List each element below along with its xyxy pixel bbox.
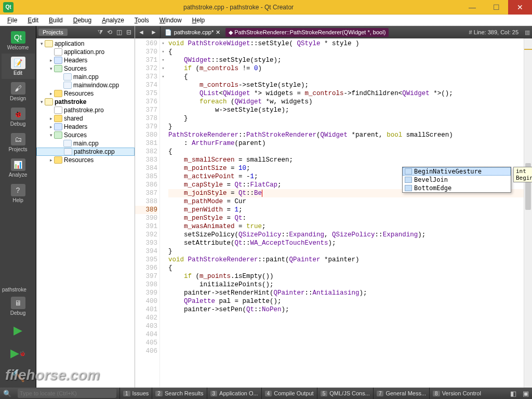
menu-bar: FileEditBuildDebugAnalyzeToolsWindowHelp <box>0 15 532 26</box>
tree-item[interactable]: pathstroke.pro <box>36 106 135 114</box>
nav-back-icon[interactable]: ◄ <box>135 29 148 36</box>
symbol-breadcrumb[interactable]: ◆ PathStrokeRenderer::PathStrokeRenderer… <box>225 28 389 37</box>
toggle-sidebar-icon[interactable]: ◧ <box>507 390 520 397</box>
tree-item[interactable]: ▸Resources <box>36 156 135 164</box>
kit-selector[interactable]: 🖥Debug <box>2 294 35 319</box>
file-tab-label: pathstroke.cpp* <box>174 29 214 35</box>
tree-item[interactable]: ▾Sources <box>36 131 135 139</box>
mode-design[interactable]: 🖌Design <box>2 79 35 104</box>
tree-item[interactable]: ▸Headers <box>36 56 135 64</box>
nav-forward-icon[interactable]: ► <box>148 29 160 36</box>
app-icon: Qt <box>3 2 14 12</box>
autocomplete-item[interactable]: BevelJoin <box>403 176 511 184</box>
minimize-button[interactable]: — <box>460 0 484 15</box>
menu-build[interactable]: Build <box>44 17 68 24</box>
file-tab-close-icon[interactable]: ✕ <box>216 29 220 36</box>
window-title: pathstroke.cpp - pathstroke - Qt Creator <box>17 4 460 11</box>
autocomplete-tooltip: int BeginNativeGesture <box>513 167 532 182</box>
build-button[interactable]: 🔨 <box>4 367 33 385</box>
output-panel-8[interactable]: 8Version Control <box>429 388 484 399</box>
autocomplete-item[interactable]: BeginNativeGesture <box>403 167 511 176</box>
symbol-icon: ◆ <box>229 29 233 35</box>
tree-item[interactable]: mainwindow.cpp <box>36 81 135 89</box>
tree-item[interactable]: ▸Resources <box>36 89 135 98</box>
locate-icon[interactable]: 🔍 <box>0 390 15 397</box>
tree-item[interactable]: ▸Headers <box>36 123 135 131</box>
code-content[interactable]: void PathStrokeWidget::setStyle( QStyle … <box>166 38 524 388</box>
tree-item[interactable]: application.pro <box>36 48 135 56</box>
tree-item[interactable]: ▸shared <box>36 114 135 123</box>
menu-tools[interactable]: Tools <box>129 17 154 24</box>
output-panel-3[interactable]: 3Application O... <box>207 388 261 399</box>
window-controls: — ☐ ✕ <box>460 0 532 15</box>
mode-analyze[interactable]: 📊Analyze <box>2 155 35 181</box>
mode-edit[interactable]: 📝Edit <box>2 54 35 79</box>
mode-debug[interactable]: 🐞Debug <box>2 104 35 130</box>
locator-input[interactable] <box>20 390 114 396</box>
project-toolbar: Projects ⧩ ⟲ ◫ ⊟ <box>36 26 135 38</box>
file-icon: 📄 <box>165 29 172 36</box>
code-editor[interactable]: 3693703713723733743753763773783793803813… <box>135 38 532 388</box>
vertical-scrollbar[interactable] <box>524 38 532 388</box>
tree-item[interactable]: ▾Sources <box>36 64 135 73</box>
sync-icon[interactable]: ⟲ <box>106 29 113 36</box>
line-gutter[interactable]: 3693703713723733743753763773783793803813… <box>135 38 160 388</box>
fold-column[interactable]: ▾▾▾▾▾ <box>160 38 166 388</box>
tree-item[interactable]: ▾application <box>36 39 135 48</box>
output-panel-2[interactable]: 2Search Results <box>152 388 206 399</box>
kit-project-label: pathstroke <box>0 286 36 294</box>
close-button[interactable]: ✕ <box>508 0 532 15</box>
menu-window[interactable]: Window <box>154 17 187 24</box>
tree-item[interactable]: pathstroke.cpp <box>36 148 135 156</box>
maximize-button[interactable]: ☐ <box>484 0 508 15</box>
menu-help[interactable]: Help <box>187 17 210 24</box>
mode-projects[interactable]: 🗂Projects <box>2 130 35 155</box>
project-tree[interactable]: ▾application application.pro▸Headers▾Sou… <box>36 38 135 388</box>
tree-item[interactable]: ▾pathstroke <box>36 98 135 106</box>
workspace: QtWelcome📝Edit🖌Design🐞Debug🗂Projects📊Ana… <box>0 26 532 388</box>
autocomplete-item[interactable]: BottomEdge <box>403 184 511 192</box>
output-panel-5[interactable]: 5QML/JS Cons... <box>317 388 373 399</box>
run-debug-button[interactable]: ▶🐞 <box>4 344 33 363</box>
menu-file[interactable]: File <box>2 17 22 24</box>
menu-analyze[interactable]: Analyze <box>97 17 129 24</box>
title-bar: Qt pathstroke.cpp - pathstroke - Qt Crea… <box>0 0 532 15</box>
output-panel-4[interactable]: 4Compile Output <box>261 388 317 399</box>
close-panel-icon[interactable]: ⊟ <box>125 29 132 36</box>
bottom-bar: 🔍 1Issues2Search Results3Application O..… <box>0 388 532 399</box>
tree-item[interactable]: main.cpp <box>36 139 135 148</box>
split-editor-icon[interactable]: ▥ <box>523 29 532 36</box>
tree-item[interactable]: main.cpp <box>36 73 135 81</box>
cursor-position: # Line: 389, Col: 25 <box>465 29 523 35</box>
autocomplete-popup[interactable]: BeginNativeGestureBevelJoinBottomEdge <box>402 167 511 193</box>
progress-icon[interactable]: ▣ <box>520 390 532 397</box>
menu-debug[interactable]: Debug <box>68 17 97 24</box>
project-view-selector[interactable]: Projects <box>38 29 68 36</box>
project-panel: Projects ⧩ ⟲ ◫ ⊟ ▾application applicatio… <box>36 26 135 388</box>
mode-welcome[interactable]: QtWelcome <box>2 28 35 54</box>
editor-area: ◄ ► 📄 pathstroke.cpp* ✕ ◆ PathStrokeRend… <box>135 26 532 388</box>
menu-edit[interactable]: Edit <box>22 17 44 24</box>
output-panel-7[interactable]: 7General Mess... <box>373 388 429 399</box>
file-tab[interactable]: 📄 pathstroke.cpp* ✕ <box>160 26 224 38</box>
split-icon[interactable]: ◫ <box>115 29 123 36</box>
mode-help[interactable]: ?Help <box>2 181 35 206</box>
editor-toolbar: ◄ ► 📄 pathstroke.cpp* ✕ ◆ PathStrokeRend… <box>135 26 532 38</box>
locator-search[interactable] <box>18 389 116 398</box>
output-panel-1[interactable]: 1Issues <box>119 388 152 399</box>
filter-icon[interactable]: ⧩ <box>97 29 104 36</box>
run-button[interactable]: ▶ <box>4 321 33 340</box>
mode-bar: QtWelcome📝Edit🖌Design🐞Debug🗂Projects📊Ana… <box>0 26 36 388</box>
